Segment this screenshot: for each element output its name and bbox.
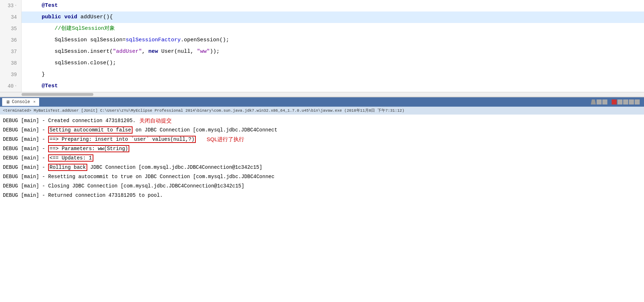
box-rolling-back: Rolling back: [48, 164, 87, 171]
code-content-38: sqlSession.close();: [22, 57, 116, 69]
debug-text: DEBUG [main] - ==> Parameters: ww(String…: [3, 144, 129, 153]
console-output: DEBUG [main] - Created connection 473181…: [0, 115, 644, 201]
console-output-line-1: DEBUG [main] - Created connection 473181…: [0, 116, 644, 125]
console-toolbar: [591, 99, 642, 104]
view-menu-icon[interactable]: [635, 99, 640, 104]
code-text: sqlSession.close();: [29, 57, 116, 69]
console-path-bar: <terminated> MyBatisTest.addUser [JUnit]…: [0, 107, 644, 115]
annotation-sql-executed: SQL进行了执行: [207, 135, 244, 144]
closing-text: Closing: [48, 183, 69, 189]
code-content-33: @Test: [22, 0, 58, 11]
debug-text: DEBUG [main] - Rolling back JDBC Connect…: [3, 163, 262, 172]
stop-icon[interactable]: [612, 99, 617, 104]
code-line-36: 36 SqlSession sqlSession=sqlSessionFacto…: [0, 34, 644, 46]
line-number-38: 38: [0, 57, 22, 69]
code-line-38: 38 sqlSession.close();: [0, 57, 644, 69]
console-output-line-8: DEBUG [main] - Closing JDBC Connection […: [0, 181, 644, 191]
minimize-icon[interactable]: [629, 99, 634, 104]
code-text: public void addUser(){: [29, 11, 113, 23]
box-updates: <== Updates: 1: [48, 154, 93, 162]
console-tab-close[interactable]: ×: [33, 100, 36, 104]
clear-console-icon[interactable]: [591, 99, 596, 104]
box-parameters: ==> Parameters: ww(String): [48, 145, 129, 152]
maximize-icon[interactable]: [623, 99, 628, 104]
line-number-40: 40◦: [0, 80, 22, 92]
debug-text: DEBUG [main] - Setting autocommit to fal…: [3, 126, 277, 134]
console-path-text: <terminated> MyBatisTest.addUser [JUnit]…: [3, 107, 404, 114]
code-content-36: SqlSession sqlSession=sqlSessionFactory.…: [22, 34, 229, 46]
line-number-36: 36: [0, 34, 22, 46]
code-content-34: public void addUser(){: [22, 11, 113, 23]
word-wrap-icon[interactable]: [602, 99, 607, 104]
console-tab[interactable]: 🖥 Console ×: [2, 98, 39, 106]
console-tab-label: Console: [12, 99, 30, 104]
scroll-lock-icon[interactable]: [597, 99, 602, 104]
code-content-39: }: [22, 69, 45, 80]
console-output-line-5: DEBUG [main] - <== Updates: 1: [0, 153, 644, 163]
debug-text: DEBUG [main] - <== Updates: 1: [3, 154, 93, 162]
code-content-35: //创建SqlSession对象: [22, 23, 115, 34]
box-preparing-start: ==> Preparing: insert into `user` values…: [48, 136, 196, 143]
debug-text: DEBUG [main] - ==> Preparing: insert int…: [3, 135, 196, 144]
code-line-33: 33◦ @Test: [0, 0, 644, 11]
line-number-37: 37: [0, 46, 22, 57]
horizontal-scrollbar[interactable]: [0, 92, 644, 97]
code-text: @Test: [29, 0, 58, 11]
code-content-37: sqlSession.insert("addUser", new User(nu…: [22, 46, 219, 57]
console-output-line-7: DEBUG [main] - Resetting autocommit to t…: [0, 172, 644, 181]
console-monitor-icon: 🖥: [6, 99, 10, 105]
code-text: }: [29, 69, 45, 80]
annotation-close-autocommit: 关闭自动提交: [139, 116, 172, 125]
line-number-33: 33◦: [0, 0, 22, 11]
code-line-34: 34 public void addUser(){: [0, 11, 644, 23]
code-text: //创建SqlSession对象: [29, 23, 115, 34]
line-number-39: 39: [0, 69, 22, 80]
debug-text: DEBUG [main] - Closing JDBC Connection […: [3, 182, 244, 190]
console-output-line-4: DEBUG [main] - ==> Parameters: ww(String…: [0, 144, 644, 153]
code-text: SqlSession sqlSession=sqlSessionFactory.…: [29, 34, 229, 46]
line-number-35: 35: [0, 23, 22, 34]
code-line-40: 40◦ @Test: [0, 80, 644, 92]
code-editor: 33◦ @Test 34 public void addUser(){ 35 /…: [0, 0, 644, 97]
box-autocommit: Setting autocommit to false: [48, 126, 133, 134]
line-number-34: 34: [0, 11, 22, 23]
code-content-40: @Test: [22, 80, 58, 92]
code-text: sqlSession.insert("addUser", new User(nu…: [29, 46, 219, 57]
console-output-line-2: DEBUG [main] - Setting autocommit to fal…: [0, 125, 644, 135]
scroll-thumb[interactable]: [22, 93, 93, 96]
console-output-line-9: DEBUG [main] - Returned connection 47318…: [0, 191, 644, 200]
code-line-35: 35 //创建SqlSession对象: [0, 23, 644, 34]
console-tab-bar: 🖥 Console ×: [0, 97, 644, 107]
debug-text: DEBUG [main] - Created connection 473181…: [3, 116, 136, 125]
console-output-line-3: DEBUG [main] - ==> Preparing: insert int…: [0, 135, 644, 144]
code-text: @Test: [29, 80, 58, 92]
debug-text: DEBUG [main] - Returned connection 47318…: [3, 191, 163, 200]
console-output-line-6: DEBUG [main] - Rolling back JDBC Connect…: [0, 163, 644, 172]
code-line-39: 39 }: [0, 69, 644, 80]
console-section: 🖥 Console × <terminated> MyBatisTest.add…: [0, 97, 644, 201]
code-line-37: 37 sqlSession.insert("addUser", new User…: [0, 46, 644, 57]
debug-text: DEBUG [main] - Resetting autocommit to t…: [3, 172, 274, 181]
pin-icon[interactable]: [617, 99, 622, 104]
